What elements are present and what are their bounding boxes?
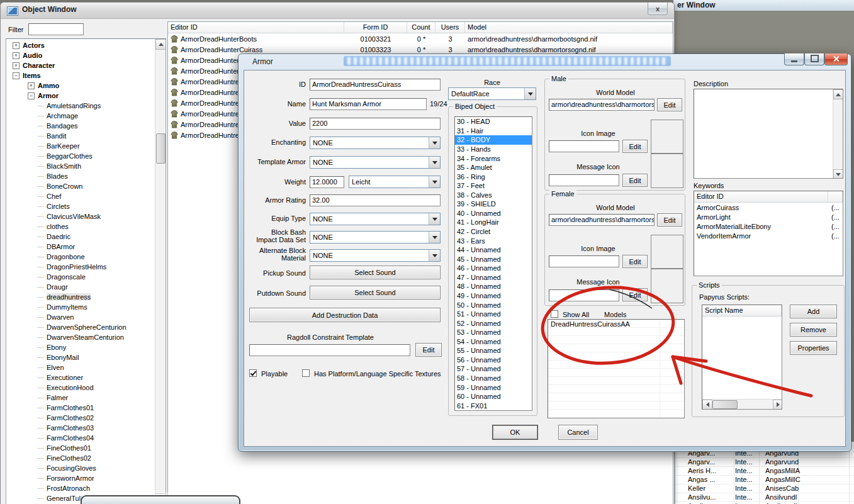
column-header-model[interactable]: Model [465, 22, 673, 33]
enchanting-dropdown[interactable]: NONE [310, 137, 441, 149]
tree-item-blades[interactable]: Blades [6, 171, 155, 181]
keywords-list[interactable]: Editor ID ArmorCuirass(...ArmorLight(...… [694, 191, 843, 276]
chevron-down-icon[interactable] [524, 88, 536, 99]
biped-item[interactable]: 50 - Unnamed [455, 300, 532, 310]
description-scrollbar[interactable] [833, 89, 843, 178]
tree-item-chef[interactable]: Chef [6, 191, 155, 201]
script-add-button[interactable]: Add [790, 305, 837, 318]
name-input[interactable]: Hunt Marksman Armor [310, 98, 427, 110]
keywords-column-header[interactable]: Editor ID [694, 191, 828, 202]
value-input[interactable]: 2200 [310, 118, 441, 130]
tree-item-bandages[interactable]: Bandages [6, 121, 155, 131]
tree-item-ammo[interactable]: +Ammo [6, 81, 155, 91]
collapse-icon[interactable]: − [28, 92, 35, 99]
column-header-count[interactable]: Count [407, 22, 435, 33]
tree-item-archmage[interactable]: Archmage [6, 111, 155, 121]
scroll-up-button[interactable] [833, 89, 843, 99]
close-button[interactable] [824, 53, 848, 65]
expand-icon[interactable]: + [13, 62, 20, 69]
ok-button[interactable]: OK [492, 425, 538, 440]
cell-view-row[interactable]: Ansilvu...Inte...Ansilvundl [675, 493, 854, 502]
close-button[interactable]: x [648, 3, 668, 15]
id-input[interactable]: ArmorDreadHuntressCuirass [310, 79, 441, 91]
biped-item[interactable]: 30 - HEAD [455, 117, 532, 126]
tree-item-amuletsandrings[interactable]: AmuletsandRings [6, 101, 155, 111]
weight-input[interactable]: 12.0000 [310, 176, 344, 188]
tree-item-actors[interactable]: +Actors [6, 40, 155, 50]
script-remove-button[interactable]: Remove [790, 323, 837, 337]
ragdoll-edit-button[interactable]: Edit [415, 343, 442, 357]
background-window-titlebar[interactable]: er Window [673, 0, 854, 11]
platform-textures-checkbox[interactable] [302, 369, 310, 377]
male-world-model-edit-button[interactable]: Edit [657, 98, 682, 111]
tree-item-dragonscale[interactable]: Dragonscale [6, 272, 155, 282]
chevron-down-icon[interactable] [429, 137, 440, 148]
tree-item-ebonymail[interactable]: EbonyMail [6, 352, 155, 362]
keyword-row[interactable]: ArmorLight(... [694, 212, 843, 221]
scroll-left-button[interactable] [702, 400, 712, 410]
tree-item-fineclothes02[interactable]: FineClothes02 [6, 453, 155, 463]
add-destruction-data-button[interactable]: Add Destruction Data [249, 308, 441, 322]
biped-item[interactable]: 45 - Unnamed [455, 254, 532, 264]
tree-item-clothes[interactable]: clothes [6, 221, 155, 232]
weight-class-dropdown[interactable]: Leicht [349, 176, 441, 188]
biped-item[interactable]: 51 - Unnamed [455, 310, 532, 319]
scrollbar-thumb[interactable] [156, 133, 166, 164]
biped-item[interactable]: 38 - Calves [455, 191, 532, 200]
biped-object-list[interactable]: 30 - HEAD31 - Hair32 - BODY33 - Hands34 … [454, 116, 532, 411]
expand-icon[interactable]: + [13, 42, 20, 49]
male-world-model-input[interactable]: armor\dreadhuntress\dharmortors [549, 99, 655, 111]
cell-view-row[interactable]: Aeris H...Inte...AngasMillA [675, 466, 854, 476]
alternate-block-dropdown[interactable]: NONE [310, 249, 441, 262]
putdown-select-sound-button[interactable]: Select Sound [310, 286, 441, 300]
biped-item[interactable]: 53 - Unnamed [455, 328, 532, 337]
keywords-extra-column-header[interactable] [828, 191, 843, 202]
chevron-down-icon[interactable] [429, 213, 440, 225]
tree-item-dwarven[interactable]: Dwarven [6, 312, 155, 322]
description-textarea[interactable] [694, 89, 843, 179]
tree-item-executioner[interactable]: Executioner [6, 372, 155, 383]
tree-item-blacksmith[interactable]: BlackSmith [6, 161, 155, 171]
keyword-row[interactable]: VendorItemArmor(... [694, 231, 843, 240]
female-message-icon-input[interactable] [549, 289, 619, 301]
biped-item[interactable]: 33 - Hands [455, 145, 532, 154]
tree-item-farmclothes04[interactable]: FarmClothes04 [6, 433, 155, 443]
female-world-model-edit-button[interactable]: Edit [657, 213, 682, 227]
biped-item[interactable]: 40 - Unnamed [455, 209, 532, 218]
keyword-row[interactable]: ArmorCuirass(... [694, 203, 843, 212]
tree-item-dreadhuntress[interactable]: dreadhuntress [6, 292, 155, 302]
tree-item-focusinggloves[interactable]: FocusingGloves [6, 463, 155, 473]
female-message-icon-edit-button[interactable]: Edit [622, 288, 648, 301]
scroll-down-button[interactable] [833, 169, 843, 179]
armor-rating-input[interactable]: 32.00 [310, 194, 441, 206]
biped-item[interactable]: 61 - FX01 [455, 401, 532, 410]
biped-item[interactable]: 44 - Unnamed [455, 245, 532, 255]
scroll-up-button[interactable] [155, 39, 166, 50]
equip-type-dropdown[interactable]: NONE [310, 213, 441, 225]
models-list[interactable]: DreadHuntressCuirassAA [548, 319, 685, 418]
tree-item-dummyitems[interactable]: DummyItems [6, 302, 155, 312]
biped-item[interactable]: 58 - Unnamed [455, 374, 532, 383]
female-world-model-input[interactable]: armor\dreadhuntress\dharmortors [549, 214, 655, 226]
chevron-down-icon[interactable] [429, 176, 440, 188]
biped-item[interactable]: 37 - Feet [455, 181, 532, 191]
chevron-down-icon[interactable] [429, 250, 440, 261]
maximize-button[interactable] [804, 53, 824, 65]
expand-icon[interactable]: + [13, 52, 20, 59]
scripts-hscrollbar[interactable] [702, 399, 782, 409]
script-name-column-header[interactable]: Script Name [702, 305, 782, 316]
tree-item-falmer[interactable]: Falmer [6, 393, 155, 403]
biped-item[interactable]: 55 - Unnamed [455, 346, 532, 356]
tree-item-clavicusvilemask[interactable]: ClavicusVileMask [6, 211, 155, 221]
collapse-icon[interactable]: − [13, 72, 20, 79]
keyword-row[interactable]: ArmorMaterialLiteEbony(... [694, 221, 843, 231]
script-properties-button[interactable]: Properties [790, 341, 837, 355]
tree-item-farmclothes03[interactable]: FarmClothes03 [6, 423, 155, 433]
biped-item[interactable]: 34 - Forearms [455, 154, 532, 163]
scrollbar-thumb[interactable] [712, 400, 738, 409]
biped-item[interactable]: 35 - Amulet [455, 163, 532, 172]
male-icon-image-input[interactable] [549, 140, 619, 152]
tree-item-dwarvensteamcenturion[interactable]: DwarvenSteamCenturion [6, 332, 155, 342]
tree-item-dwarvenspherecenturion[interactable]: DwarvenSphereCenturion [6, 322, 155, 332]
cell-view-row[interactable]: Angas ...Inte...AngasMillC [675, 475, 854, 484]
